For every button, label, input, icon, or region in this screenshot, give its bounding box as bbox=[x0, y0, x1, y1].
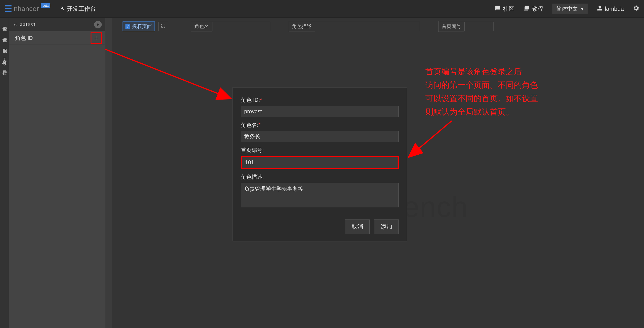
dlg-role-id-label: 角色 ID:* bbox=[241, 96, 399, 104]
vrail-global-cfg[interactable]: 全局配置 bbox=[0, 40, 10, 51]
vrail-page-mgmt[interactable]: 页面管理 bbox=[0, 18, 10, 29]
filter-home-no: 首页编号 bbox=[438, 21, 494, 32]
expand-button[interactable] bbox=[158, 22, 168, 31]
logo-icon: ☰ bbox=[4, 4, 12, 14]
language-select[interactable]: 简体中文 ▾ bbox=[552, 4, 588, 14]
vrail-role-mgmt[interactable]: 角色管理 bbox=[0, 29, 10, 40]
add-role-button[interactable]: + bbox=[90, 33, 102, 44]
role-id-heading: 角色 ID bbox=[15, 35, 90, 42]
toolbar: ✓ 授权页面 角色名 角色描述 首页编号 bbox=[122, 21, 635, 32]
nav-tutorial[interactable]: 教程 bbox=[524, 5, 543, 13]
auth-page-label: 授权页面 bbox=[132, 23, 152, 30]
sidebar-resize-handle[interactable] bbox=[105, 18, 112, 328]
cancel-button[interactable]: 取消 bbox=[345, 219, 370, 234]
dlg-role-desc-label: 角色描述: bbox=[241, 173, 399, 181]
community-label: 社区 bbox=[503, 5, 514, 13]
workbench-label: 开发工作台 bbox=[67, 5, 96, 13]
role-name-filter-input[interactable] bbox=[212, 22, 270, 31]
dlg-role-name-input[interactable] bbox=[241, 131, 399, 142]
role-desc-filter-label: 角色描述 bbox=[289, 21, 315, 32]
chat-icon bbox=[495, 5, 501, 13]
role-desc-filter-input[interactable] bbox=[315, 22, 420, 31]
vrail-http-api[interactable]: 自定义 Http 接口 bbox=[0, 51, 10, 73]
dlg-home-no-input[interactable] bbox=[241, 156, 399, 169]
dlg-role-id-input[interactable] bbox=[241, 106, 399, 117]
beta-badge: beta bbox=[41, 3, 50, 8]
user-icon bbox=[597, 5, 603, 13]
filter-role-name: 角色名 bbox=[191, 21, 270, 32]
wrench-icon bbox=[59, 5, 64, 12]
main-canvas: kbench ✓ 授权页面 角色名 角色描述 首页编号 bbox=[112, 18, 644, 328]
tutorial-label: 教程 bbox=[532, 5, 543, 13]
role-name-filter-label: 角色名 bbox=[191, 21, 212, 32]
book-icon bbox=[524, 5, 529, 13]
settings-button[interactable] bbox=[633, 5, 640, 13]
logo[interactable]: ☰ nhancer beta bbox=[4, 4, 50, 14]
gear-icon bbox=[633, 5, 640, 13]
dlg-role-name-label: 角色名:* bbox=[241, 122, 399, 129]
workbench-link[interactable]: 开发工作台 bbox=[59, 5, 96, 13]
sidebar: « aatest 角色 ID + bbox=[9, 18, 105, 328]
expand-icon bbox=[161, 23, 166, 30]
play-icon[interactable] bbox=[94, 21, 102, 29]
add-button[interactable]: 添加 bbox=[374, 219, 399, 234]
home-no-filter-label: 首页编号 bbox=[438, 21, 464, 32]
add-role-dialog: 角色 ID:* 角色名:* 首页编号: 角色描述: 取消 添加 bbox=[232, 87, 407, 241]
filter-role-desc: 角色描述 bbox=[289, 21, 420, 32]
home-no-filter-input[interactable] bbox=[464, 22, 494, 31]
chevron-left-icon[interactable]: « bbox=[12, 22, 19, 28]
language-label: 简体中文 bbox=[556, 5, 578, 12]
logo-text: nhancer bbox=[14, 5, 39, 13]
user-label: lambda bbox=[605, 5, 624, 12]
annotation-text: 首页编号是该角色登录之后 访问的第一个页面。不同的角色 可以设置不同的首页。如不… bbox=[425, 65, 564, 119]
user-menu[interactable]: lambda bbox=[597, 5, 624, 13]
topbar: ☰ nhancer beta 开发工作台 社区 教程 简体中文 ▾ bbox=[0, 0, 644, 18]
plus-icon: + bbox=[94, 34, 98, 42]
check-icon: ✓ bbox=[126, 24, 130, 29]
caret-down-icon: ▾ bbox=[581, 6, 584, 12]
project-name: aatest bbox=[19, 22, 94, 28]
dlg-home-no-label: 首页编号: bbox=[241, 147, 399, 154]
sidebar-role-id-row: 角色 ID + bbox=[9, 31, 105, 45]
dlg-role-desc-input[interactable] bbox=[241, 183, 399, 207]
vertical-rail: 页面管理 角色管理 全局配置 自定义 Http 接口 bbox=[0, 18, 9, 328]
nav-community[interactable]: 社区 bbox=[495, 5, 514, 13]
sidebar-project-row[interactable]: « aatest bbox=[9, 18, 105, 31]
auth-page-checkbox[interactable]: ✓ 授权页面 bbox=[122, 22, 155, 31]
